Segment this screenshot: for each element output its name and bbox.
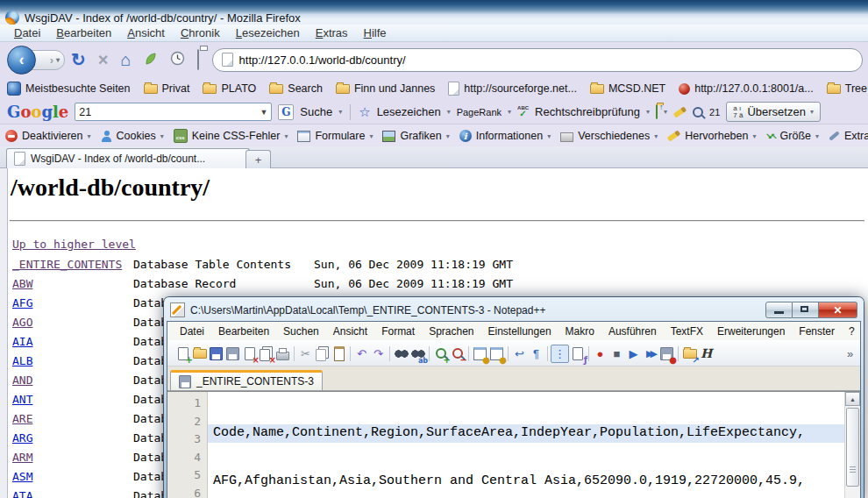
translate-button[interactable]: a ı7 ä Übersetzen ▾ [726,102,821,122]
close-button[interactable]: ✕ [819,302,857,318]
stop-icon[interactable]: × [98,51,109,68]
bookmark-folder-search[interactable]: Search [269,82,323,95]
webdev-forms[interactable]: Formulare▾ [297,130,373,142]
menu-item-lesezeichen[interactable]: Lesezeichen [229,25,307,40]
back-button[interactable]: ‹ [7,46,36,75]
editor-area[interactable]: 1 2 3 4 5 6 Code,Name,Continent,Region,S… [167,391,860,498]
url-bar[interactable]: http://127.0.0.1/world-db/country/ [212,48,863,72]
record-macro-icon[interactable]: ● [592,345,608,362]
save-icon[interactable] [208,345,224,362]
menu-item-chronik[interactable]: Chronik [174,25,227,40]
entry-link[interactable]: AFG [12,296,32,309]
sync-scroll-horizontal-icon[interactable]: ● [488,345,505,362]
webdev-outline[interactable]: Hervorheben▾ [667,130,756,142]
menu-item-extras[interactable]: Extras [309,25,355,40]
copy-icon[interactable] [314,345,331,362]
bookmark-localhost-8001[interactable]: http://127.0.0.1:8001/a... [679,82,814,95]
clock-icon[interactable] [170,51,185,68]
indent-guide-icon[interactable]: ⋮ [551,345,569,363]
text-content[interactable]: Code,Name,Continent,Region,SurfaceArea,I… [208,392,844,498]
print-icon[interactable] [197,51,199,68]
webdev-resize[interactable]: ↘↖Größe▾ [765,130,819,142]
webdev-disable[interactable]: Deaktivieren▾ [5,130,91,142]
redo-icon[interactable]: ↷ [370,345,387,362]
bookmark-folder-plato[interactable]: PLATO [203,82,256,95]
scroll-up-icon[interactable]: ▲ [845,392,860,406]
webdev-miscellaneous[interactable]: Verschiedenes▾ [560,130,658,142]
leaf-icon[interactable] [144,51,158,68]
function-completion-icon[interactable]: ƒ [569,345,586,362]
webdev-css[interactable]: Keine CSS-Fehler▾ [174,129,288,144]
up-to-higher-level-link[interactable]: Up to higher level [12,238,136,251]
cut-icon[interactable]: ✂ [297,345,314,362]
webdev-tools[interactable]: Extras▾ [829,130,868,142]
entry-link[interactable]: _ENTIRE_CONTENTS [12,258,122,271]
search-caret-icon[interactable]: ▾ [338,108,342,116]
np-menu-einstellungen[interactable]: Einstellungen [481,324,559,339]
np-menu-format[interactable]: Format [374,324,422,339]
scrollbar-thumb[interactable] [846,408,859,487]
send-to-icon[interactable]: ↑ [656,105,658,118]
webdev-cookies[interactable]: Cookies▾ [101,130,164,142]
np-menu-erweiterungen[interactable]: Erweiterungen [710,324,792,339]
new-tab-button[interactable]: + [245,150,271,168]
show-all-characters-icon[interactable]: ¶ [528,345,544,362]
search-dropdown-icon[interactable]: ▼ [260,108,267,117]
np-menu-textfx[interactable]: TextFX [664,324,710,339]
entry-link[interactable]: AGO [12,316,32,329]
print-icon[interactable] [274,345,291,362]
pagerank-widget[interactable]: PageRank [457,107,502,117]
entry-link[interactable]: ALB [12,354,32,367]
webdev-images[interactable]: Grafiken▾ [382,130,449,142]
google-search-button[interactable]: Suche [300,105,332,118]
find-icon[interactable] [393,345,409,362]
bookmarks-caret-icon[interactable]: ▾ [447,108,451,116]
entry-link[interactable]: ARM [12,451,32,464]
zoom-magnifier-icon[interactable] [693,107,703,117]
home-icon[interactable]: ⌂ [120,51,131,68]
vertical-scrollbar[interactable]: ▲ [844,392,860,498]
np-menu-datei[interactable]: Datei [173,324,211,339]
bookmark-folder-privat[interactable]: Privat [144,82,190,95]
webdev-information[interactable]: Informationen▾ [459,130,551,142]
menu-item-ansicht[interactable]: Ansicht [120,25,172,40]
paste-icon[interactable] [331,345,347,362]
toolbar-overflow-icon[interactable]: » [842,345,858,362]
minimize-button[interactable] [765,302,793,318]
np-menu-ansicht[interactable]: Ansicht [326,324,374,339]
save-all-icon[interactable] [224,345,241,362]
send-to-caret-icon[interactable]: ▾ [664,108,667,116]
new-file-icon[interactable]: + [174,345,191,362]
spellcheck-caret-icon[interactable]: ▾ [646,108,650,116]
open-file-icon[interactable] [191,345,208,362]
entry-link[interactable]: AIA [12,335,32,348]
restore-button[interactable] [793,302,819,318]
menu-item-datei[interactable]: Datei [7,25,47,40]
undo-icon[interactable]: ↶ [353,345,370,362]
np-menu-suchen[interactable]: Suchen [276,324,326,339]
google-bookmarks-button[interactable]: Lesezeichen [377,105,441,118]
sync-scroll-vertical-icon[interactable]: ● [472,345,488,362]
word-wrap-icon[interactable]: ↩ [511,345,528,362]
browser-tab[interactable]: WsgiDAV - Index of /world-db/count... [6,148,250,168]
close-file-icon[interactable]: × [241,345,258,362]
menu-item-hilfe[interactable]: Hilfe [357,25,394,40]
bookmark-folder-finn-und-jannes[interactable]: Finn und Jannes [336,82,435,95]
pagerank-caret-icon[interactable]: ▾ [508,108,511,116]
spellcheck-button[interactable]: Rechtschreibprüfung [535,105,640,118]
document-tab[interactable]: _ENTIRE_CONTENTS-3 [170,370,323,390]
np-menu-help[interactable]: ? [842,324,861,339]
plugins-folder-icon[interactable]: ↗ [681,345,698,362]
save-macro-icon[interactable]: ● [658,345,675,362]
bookmark-folder-mcsd[interactable]: MCSD.NET [590,82,665,95]
bookmark-folder-tree-samples[interactable]: Tree Samples [827,82,868,95]
entry-link[interactable]: ABW [12,277,32,290]
bookmark-star-icon[interactable]: ☆ [359,104,370,120]
entry-link[interactable]: ATA [12,489,32,498]
play-macro-icon[interactable]: ▶ [625,345,642,362]
entry-link[interactable]: ARG [12,431,32,445]
forward-dropdown-icon[interactable]: ▾ [56,56,60,64]
np-menu-fenster[interactable]: Fenster [792,324,842,339]
find-replace-icon[interactable]: ab [409,345,426,362]
close-all-icon[interactable]: × [258,345,274,362]
